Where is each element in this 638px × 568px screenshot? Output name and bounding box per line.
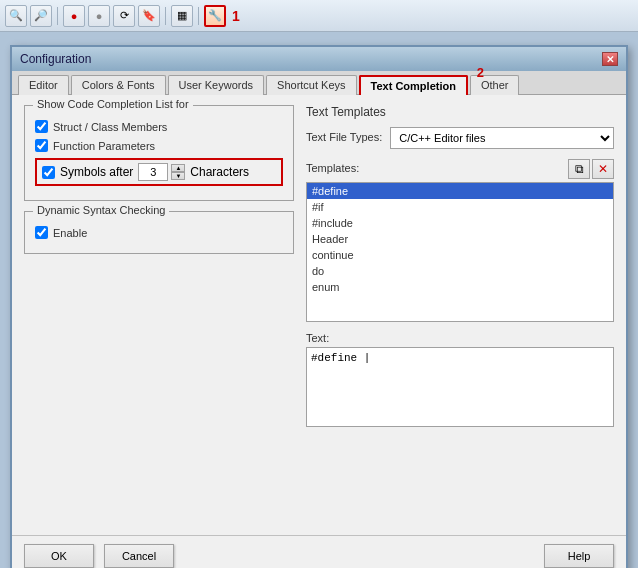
circle-gray-button[interactable]: ● [88, 5, 110, 27]
toolbar-separator-2 [165, 7, 166, 25]
spinner-down[interactable]: ▼ [171, 172, 185, 180]
toolbar-separator-1 [57, 7, 58, 25]
template-item-define[interactable]: #define [307, 183, 613, 199]
dialog-content: Show Code Completion List for Struct / C… [12, 95, 626, 535]
toolbar-number-1: 1 [232, 8, 240, 24]
text-area[interactable]: #define | [306, 347, 614, 427]
function-params-label: Function Parameters [53, 140, 155, 152]
characters-label: Characters [190, 165, 249, 179]
bookmark-button[interactable]: 🔖 [138, 5, 160, 27]
dialog-titlebar: Configuration ✕ [12, 47, 626, 71]
left-panel: Show Code Completion List for Struct / C… [24, 105, 294, 525]
template-item-enum[interactable]: enum [307, 279, 613, 295]
symbols-spinner[interactable]: ▲ ▼ [171, 164, 185, 180]
struct-class-label: Struct / Class Members [53, 121, 167, 133]
templates-header: Templates: ⧉ ✕ [306, 159, 614, 179]
template-item-do[interactable]: do [307, 263, 613, 279]
text-templates-title: Text Templates [306, 105, 614, 119]
struct-class-row: Struct / Class Members [35, 120, 283, 133]
cancel-button[interactable]: Cancel [104, 544, 174, 568]
tab-shortcut-keys[interactable]: Shortcut Keys [266, 75, 356, 95]
ok-button[interactable]: OK [24, 544, 94, 568]
find-replace-button[interactable]: 🔎 [30, 5, 52, 27]
completion-group: Show Code Completion List for Struct / C… [24, 105, 294, 201]
templates-list[interactable]: #define #if #include Header continue do [306, 182, 614, 322]
template-item-continue[interactable]: continue [307, 247, 613, 263]
help-button[interactable]: Help [544, 544, 614, 568]
templates-delete-button[interactable]: ✕ [592, 159, 614, 179]
templates-label: Templates: [306, 162, 359, 174]
dialog-footer: OK Cancel Help [12, 535, 626, 568]
tab-user-keywords[interactable]: User Keywords [168, 75, 265, 95]
tab-bar: Editor Colors & Fonts User Keywords Shor… [12, 71, 626, 95]
template-item-include[interactable]: #include [307, 215, 613, 231]
circle-red-button[interactable]: ● [63, 5, 85, 27]
template-item-header[interactable]: Header [307, 231, 613, 247]
syntax-group-title: Dynamic Syntax Checking [33, 204, 169, 216]
grid-button[interactable]: ▦ [171, 5, 193, 27]
lasso-button[interactable]: ⟳ [113, 5, 135, 27]
toolbar-separator-3 [198, 7, 199, 25]
templates-add-button[interactable]: ⧉ [568, 159, 590, 179]
dialog-title: Configuration [20, 52, 91, 66]
file-type-select[interactable]: C/C++ Editor files All files [390, 127, 614, 149]
template-item-if[interactable]: #if [307, 199, 613, 215]
symbols-after-label: Symbols after [60, 165, 133, 179]
search-button[interactable]: 🔍 [5, 5, 27, 27]
function-params-row: Function Parameters [35, 139, 283, 152]
spinner-up[interactable]: ▲ [171, 164, 185, 172]
annotation-2: 2 [477, 65, 484, 80]
enable-row: Enable [35, 226, 283, 239]
dialog-close-button[interactable]: ✕ [602, 52, 618, 66]
file-type-label: Text File Types: [306, 131, 382, 143]
completion-group-title: Show Code Completion List for [33, 98, 193, 110]
file-type-select-wrapper: C/C++ Editor files All files [390, 127, 614, 149]
tab-text-completion[interactable]: Text Completion 2 [359, 75, 468, 95]
tab-colors-fonts[interactable]: Colors & Fonts [71, 75, 166, 95]
function-params-checkbox[interactable] [35, 139, 48, 152]
symbols-row: Symbols after ▲ ▼ Characters [35, 158, 283, 186]
struct-class-checkbox[interactable] [35, 120, 48, 133]
configuration-dialog: Configuration ✕ Editor Colors & Fonts Us… [10, 45, 628, 568]
footer-buttons-row: OK Cancel Help [24, 544, 614, 568]
text-label: Text: [306, 332, 614, 344]
right-panel: Text Templates Text File Types: C/C++ Ed… [306, 105, 614, 525]
tab-editor[interactable]: Editor [18, 75, 69, 95]
syntax-group: Dynamic Syntax Checking Enable [24, 211, 294, 254]
symbols-checkbox[interactable] [42, 166, 55, 179]
toolbar: 🔍 🔎 ● ● ⟳ 🔖 ▦ 🔧 1 [0, 0, 638, 32]
enable-checkbox[interactable] [35, 226, 48, 239]
templates-actions: ⧉ ✕ [568, 159, 614, 179]
file-type-row: Text File Types: C/C++ Editor files All … [306, 127, 614, 149]
text-section: Text: #define | [306, 332, 614, 430]
symbols-number-input[interactable] [138, 163, 168, 181]
wrench-button[interactable]: 🔧 [204, 5, 226, 27]
enable-label: Enable [53, 227, 87, 239]
